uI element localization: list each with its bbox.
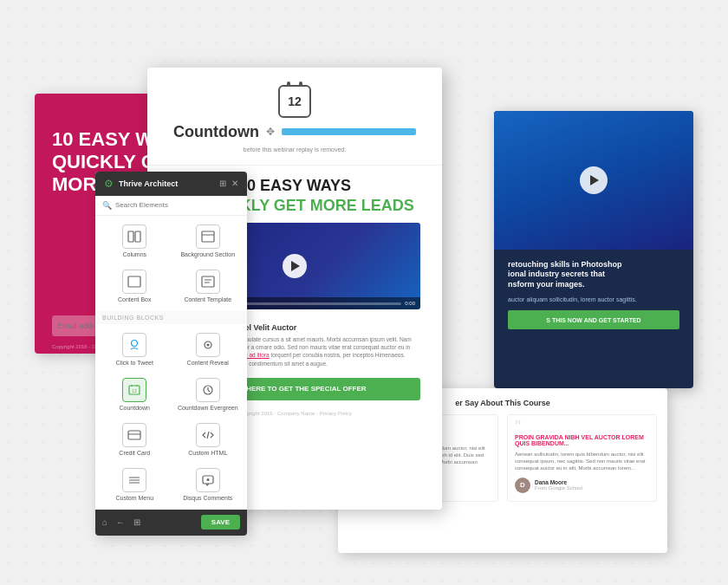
countdown-bar xyxy=(282,128,416,135)
sidebar-item-background[interactable]: Background Section xyxy=(172,219,244,263)
svg-line-18 xyxy=(207,432,209,439)
contentreveal-icon xyxy=(196,333,220,357)
sidebar-item-custommenu[interactable]: Custom Menu xyxy=(99,463,171,506)
creditcard-icon xyxy=(122,423,146,447)
right-desc: auctor aliquam sollicitudin, lorem aucto… xyxy=(508,296,679,304)
background-label: Background Section xyxy=(180,251,235,257)
custommenu-label: Custom Menu xyxy=(115,495,153,501)
disqus-label: Disqus Comments xyxy=(183,495,232,501)
sidebar-close-icon[interactable]: ✕ xyxy=(231,179,238,188)
svg-point-8 xyxy=(132,340,138,346)
sidebar-item-contentreveal[interactable]: Content Reveal xyxy=(172,328,244,371)
move-icon: ✥ xyxy=(266,126,275,138)
sidebar-item-countdown[interactable]: 12 Countdown xyxy=(99,373,171,416)
author-row-2: D Dana Moore From Google School xyxy=(515,478,649,493)
svg-rect-0 xyxy=(128,231,133,242)
sidebar-item-clicktweet[interactable]: Click to Tweet xyxy=(99,328,171,371)
author-info-2: Dana Moore From Google School xyxy=(535,479,582,491)
avatar-2: D xyxy=(515,478,530,493)
sidebar-item-customhtml[interactable]: Custom HTML xyxy=(172,418,244,461)
sidebar-item-countdown-evergreen[interactable]: Countdown Evergreen xyxy=(172,373,244,416)
main-play-arrow-icon xyxy=(291,261,300,271)
avatar-letter-2: D xyxy=(515,478,530,493)
right-title: retouching skills in Photoshop ional ind… xyxy=(508,260,679,290)
quote-mark-2: " xyxy=(515,422,649,431)
countdown-text: Countdown xyxy=(173,123,259,141)
sidebar-item-contentbox[interactable]: Content Box xyxy=(99,264,171,308)
svg-rect-1 xyxy=(135,231,140,242)
footer-home-icon[interactable]: ⌂ xyxy=(102,517,107,527)
card-text-2: Aenean sollicitudin, lorem quis bibendum… xyxy=(515,451,649,472)
testimonial-card-2: " PROIN GRAVIDA NIBH VEL AUCTOR LOREM QU… xyxy=(507,414,657,503)
sidebar-item-contenttemplate[interactable]: Content Template xyxy=(172,264,244,308)
sidebar-grid-top: Columns Background Section Content Box xyxy=(95,216,247,311)
countdown-subtext: before this webinar replay is removed: xyxy=(173,146,416,153)
columns-icon xyxy=(122,224,146,249)
svg-rect-5 xyxy=(202,276,214,287)
sidebar-footer: ⌂ ← ⊞ SAVE xyxy=(95,510,247,536)
background-icon xyxy=(196,224,220,249)
disqus-icon xyxy=(196,468,220,492)
contenttemplate-label: Content Template xyxy=(184,296,231,302)
countdown-label: Countdown xyxy=(120,405,150,411)
author-name-2: Dana Moore xyxy=(535,479,582,485)
main-container: 10 EASY WAY QUICKLY GEN MORE LEADS Copyr… xyxy=(0,0,728,585)
search-input[interactable] xyxy=(115,201,240,209)
clicktweet-icon xyxy=(122,333,146,357)
sidebar-footer-icons: ⌂ ← ⊞ xyxy=(102,517,140,527)
svg-rect-4 xyxy=(128,276,140,287)
svg-point-23 xyxy=(206,478,209,481)
countdown-section: 12 Countdown ✥ before this webinar repla… xyxy=(147,68,442,166)
search-icon: 🔍 xyxy=(102,201,112,210)
customhtml-icon xyxy=(196,423,220,447)
svg-text:12: 12 xyxy=(132,388,137,393)
countdown-evergreen-icon xyxy=(196,378,220,402)
right-play-button[interactable] xyxy=(580,166,608,194)
panel-right-text: retouching skills in Photoshop ional ind… xyxy=(494,250,693,341)
thrive-icon: ⚙ xyxy=(104,178,114,190)
building-blocks-label: BUILDING BLOCKS xyxy=(95,311,247,324)
panel-right: retouching skills in Photoshop ional ind… xyxy=(494,111,693,388)
sidebar-header: ⚙ Thrive Architect ⊞ ✕ xyxy=(95,172,247,196)
card-title-2: PROIN GRAVIDA NIBH VEL AUCTOR LOREM QUIS… xyxy=(515,434,649,446)
countdown-item-icon: 12 xyxy=(122,378,146,402)
footer-back-icon[interactable]: ← xyxy=(116,517,125,527)
video-time: 0:00 xyxy=(405,301,415,306)
countdown-label-row: Countdown ✥ xyxy=(173,123,416,141)
screenshot-wrapper: 10 EASY WAY QUICKLY GEN MORE LEADS Copyr… xyxy=(35,68,693,553)
svg-rect-2 xyxy=(202,231,214,242)
creditcard-label: Credit Card xyxy=(119,450,150,456)
sidebar-item-columns[interactable]: Columns xyxy=(99,219,171,263)
sidebar-search-bar: 🔍 xyxy=(95,196,247,216)
sidebar-search-icon[interactable]: ⊞ xyxy=(219,179,226,188)
countdown-evergreen-label: Countdown Evergreen xyxy=(178,405,238,411)
panel-right-image xyxy=(494,111,693,250)
contentbox-label: Content Box xyxy=(118,296,152,302)
right-play-arrow-icon xyxy=(590,175,599,185)
customhtml-label: Custom HTML xyxy=(188,450,227,456)
custommenu-icon xyxy=(122,468,146,492)
svg-point-10 xyxy=(206,343,209,346)
svg-rect-16 xyxy=(128,431,140,439)
footer-layout-icon[interactable]: ⊞ xyxy=(133,517,140,527)
contenttemplate-icon xyxy=(196,270,220,294)
sidebar-header-icons: ⊞ ✕ xyxy=(219,179,238,188)
countdown-icon: 12 xyxy=(278,85,311,118)
columns-label: Columns xyxy=(122,251,146,257)
contentreveal-label: Content Reveal xyxy=(187,360,229,366)
contentbox-icon xyxy=(122,270,146,294)
author-role-2: From Google School xyxy=(535,485,582,491)
sidebar-item-disqus[interactable]: Disqus Comments xyxy=(172,463,244,506)
sidebar-grid-blocks: Click to Tweet Content Reveal 12 Countdo… xyxy=(95,324,247,536)
clicktweet-label: Click to Tweet xyxy=(116,360,153,366)
sidebar-item-creditcard[interactable]: Credit Card xyxy=(99,418,171,461)
main-play-button[interactable] xyxy=(283,254,307,278)
sidebar-title: Thrive Architect xyxy=(119,179,214,188)
right-cta-button[interactable]: S THIS NOW AND GET STARTED xyxy=(508,310,679,329)
save-button[interactable]: SAVE xyxy=(201,515,240,530)
panel-sidebar: ⚙ Thrive Architect ⊞ ✕ 🔍 Columns xyxy=(95,172,247,536)
